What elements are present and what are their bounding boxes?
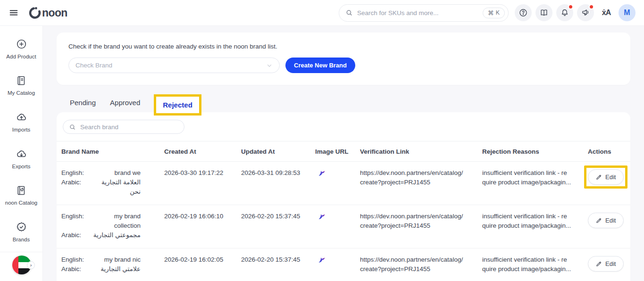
documentation-icon[interactable]: [535, 4, 552, 21]
sidebar-item-brands[interactable]: Brands: [0, 221, 42, 242]
edit-button[interactable]: Edit: [588, 169, 624, 185]
notification-dot: [589, 4, 594, 9]
noon-swoosh-icon: [28, 7, 41, 19]
brand-name-english: brand we: [90, 168, 141, 178]
brand-search[interactable]: [63, 120, 184, 134]
column-header-created-at: Created At: [164, 148, 241, 155]
arabic-label: Arabic:: [61, 231, 90, 240]
translate-icon[interactable]: ẋA: [598, 4, 615, 21]
sidebar-divider: [0, 252, 42, 252]
sidebar: Add Product My Catalog Imports Exports n…: [0, 26, 43, 281]
noon-logo[interactable]: noon: [28, 7, 67, 19]
arabic-label: Arabic:: [61, 178, 90, 197]
tab-rejected[interactable]: Rejected: [156, 97, 199, 113]
column-header-updated-at: Updated At: [241, 148, 315, 155]
search-icon: [345, 9, 353, 17]
verification-link-cell[interactable]: https://dev.noon.partners/en/catalog/ cr…: [360, 255, 482, 274]
table-body: English: brand we Arabic: العلامة التجار…: [57, 162, 630, 281]
global-search[interactable]: ⌘K: [339, 4, 509, 22]
my-catalog-icon: [16, 75, 27, 86]
brand-status-tabs: Pending Approved Rejected: [57, 93, 630, 112]
sidebar-item-add-product[interactable]: Add Product: [0, 38, 42, 59]
rejection-reasons-cell: insufficient verification link - re quir…: [482, 255, 588, 274]
actions-cell: Edit: [588, 168, 626, 185]
logo-text: noon: [42, 7, 67, 19]
pencil-edit-icon: [596, 261, 602, 267]
account-avatar[interactable]: M: [619, 4, 636, 21]
verification-link-cell[interactable]: https://dev.noon.partners/en/catalog/ cr…: [360, 168, 482, 187]
brand-search-input[interactable]: [80, 124, 178, 131]
check-brand-select[interactable]: Check Brand: [68, 58, 280, 73]
sidebar-item-noon-catalog[interactable]: noon Catalog: [0, 185, 42, 206]
pencil-edit-icon: [596, 174, 602, 180]
table-row: English: brand we Arabic: العلامة التجار…: [57, 162, 630, 205]
edit-button-highlight: Edit: [588, 256, 624, 272]
chevron-down-icon: [266, 62, 273, 69]
brand-bird-logo-icon: [318, 169, 326, 177]
top-bar: noon ⌘K ẋA M: [0, 0, 644, 26]
updated-at-cell: 2026-02-20 15:37:45: [241, 212, 315, 221]
brand-name-cell: English: my brand nic Arabic: علامتي الت…: [61, 255, 164, 274]
sidebar-item-label: My Catalog: [8, 90, 35, 96]
sidebar-item-label: Exports: [12, 164, 31, 169]
verification-link-cell[interactable]: https://dev.noon.partners/en/catalog/ cr…: [360, 212, 482, 231]
brands-badge-icon: [16, 221, 27, 233]
check-brand-placeholder: Check Brand: [75, 62, 112, 69]
help-icon[interactable]: [515, 4, 532, 21]
notification-dot: [568, 4, 573, 9]
arabic-label: Arabic:: [61, 264, 90, 274]
table-row: English: my brand collection Arabic: مجم…: [57, 205, 630, 248]
brand-bird-logo-icon: [318, 256, 326, 264]
table-header-row: Brand Name Created At Updated At Image U…: [57, 141, 630, 162]
pencil-edit-icon: [596, 217, 602, 223]
create-new-brand-button[interactable]: Create New Brand: [285, 58, 355, 73]
sidebar-item-my-catalog[interactable]: My Catalog: [0, 75, 42, 96]
global-search-input[interactable]: [357, 9, 478, 17]
check-brand-hint: Check if the brand you want to create al…: [68, 43, 619, 50]
brands-table-card: Brand Name Created At Updated At Image U…: [57, 112, 630, 281]
announcements-megaphone-icon[interactable]: [577, 4, 594, 21]
chevron-right-icon[interactable]: ›: [27, 261, 35, 269]
annotation-highlight-box: Rejected: [154, 94, 201, 116]
table-row: English: my brand nic Arabic: علامتي الت…: [57, 248, 630, 281]
cmd-icon: ⌘: [488, 9, 494, 17]
brand-bird-logo-icon: [318, 213, 326, 220]
created-at-cell: 2026-02-19 16:02:05: [164, 255, 241, 264]
brand-name-cell: English: my brand collection Arabic: مجم…: [61, 212, 164, 240]
created-at-cell: 2026-02-19 16:06:10: [164, 212, 241, 221]
english-label: English:: [61, 255, 90, 264]
check-brand-row: Check Brand Create New Brand: [68, 58, 619, 73]
english-label: English:: [61, 212, 90, 231]
tab-pending[interactable]: Pending: [63, 93, 103, 112]
keyboard-shortcut-badge: ⌘K: [483, 8, 505, 18]
image-url-cell: [315, 168, 360, 177]
noon-catalog-icon: [16, 185, 27, 196]
tab-approved[interactable]: Approved: [103, 93, 147, 112]
hamburger-menu-icon[interactable]: [7, 6, 21, 20]
rejection-reasons-cell: insufficient verification link - re quir…: [482, 168, 588, 187]
sidebar-item-label: Imports: [12, 127, 30, 132]
sidebar-item-label: noon Catalog: [5, 200, 37, 206]
imports-cloud-up-icon: [16, 111, 27, 123]
exports-cloud-down-icon: [16, 148, 27, 160]
header-icons: ẋA M: [515, 4, 636, 21]
edit-button-highlight: Edit: [588, 213, 624, 228]
sidebar-item-label: Add Product: [6, 54, 36, 59]
add-product-icon: [16, 38, 27, 50]
image-url-cell: [315, 255, 360, 264]
sidebar-item-label: Brands: [13, 237, 30, 242]
actions-cell: Edit: [588, 212, 626, 228]
sidebar-item-imports[interactable]: Imports: [0, 111, 42, 132]
column-header-brand-name: Brand Name: [61, 148, 164, 155]
updated-at-cell: 2026-02-20 15:37:45: [241, 255, 315, 264]
edit-button[interactable]: Edit: [588, 213, 624, 228]
search-icon: [69, 124, 76, 131]
image-url-cell: [315, 212, 360, 220]
notifications-bell-icon[interactable]: [556, 4, 573, 21]
brand-name-cell: English: brand we Arabic: العلامة التجار…: [61, 168, 164, 197]
sidebar-item-exports[interactable]: Exports: [0, 148, 42, 169]
actions-cell: Edit: [588, 255, 626, 272]
sidebar-footer: ›: [0, 252, 42, 281]
edit-button[interactable]: Edit: [588, 256, 624, 272]
column-header-verification-link: Verification Link: [360, 148, 482, 155]
